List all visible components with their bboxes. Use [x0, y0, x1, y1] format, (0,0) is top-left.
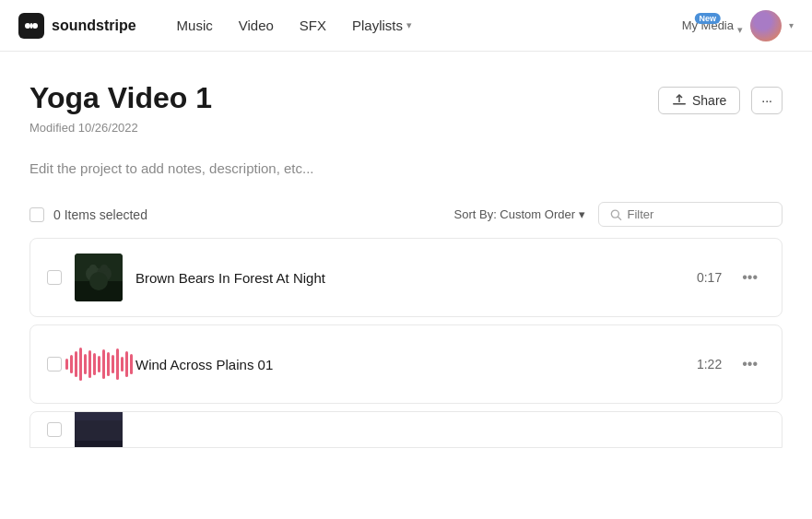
share-icon — [672, 93, 687, 108]
svg-rect-4 — [673, 103, 686, 105]
modified-date: Modified 10/26/2022 — [29, 121, 212, 135]
track-name: Brown Bears In Forest At Night — [135, 270, 672, 286]
avatar-chevron-down-icon: ▾ — [789, 20, 794, 30]
nav-music[interactable]: Music — [166, 12, 224, 39]
track-duration: 1:22 — [685, 357, 722, 372]
new-badge: New — [695, 13, 722, 24]
sort-button[interactable]: Sort By: Custom Order ▾ — [449, 204, 591, 225]
svg-rect-16 — [75, 411, 123, 420]
waveform-visualization — [65, 348, 133, 381]
svg-line-6 — [618, 217, 620, 219]
track-row: Brown Bears In Forest At Night 0:17 ••• — [29, 238, 783, 317]
nav-video[interactable]: Video — [228, 12, 285, 39]
track-more-button[interactable]: ••• — [735, 352, 765, 376]
chevron-down-icon: ▾ — [737, 24, 743, 36]
nav-playlists[interactable]: Playlists ▾ — [341, 12, 423, 39]
logo-label: soundstripe — [52, 18, 136, 34]
svg-rect-3 — [30, 23, 32, 29]
svg-point-1 — [25, 23, 30, 29]
track-more-button[interactable]: ••• — [735, 265, 765, 289]
sort-chevron-icon: ▾ — [579, 207, 585, 221]
title-group: Yoga Video 1 Modified 10/26/2022 — [29, 81, 212, 160]
chevron-down-icon: ▾ — [406, 19, 412, 31]
navbar: soundstripe Music Video SFX Playlists ▾ … — [0, 0, 812, 52]
logo-icon — [18, 13, 44, 39]
more-options-button[interactable]: ··· — [751, 87, 783, 114]
svg-point-13 — [100, 265, 108, 272]
nav-links: Music Video SFX Playlists ▾ — [166, 12, 682, 39]
track-checkbox[interactable] — [47, 270, 62, 285]
svg-point-12 — [89, 265, 97, 272]
share-button[interactable]: Share — [658, 87, 740, 114]
avatar[interactable] — [750, 10, 782, 41]
track-row-partial — [29, 411, 783, 448]
track-thumbnail — [75, 411, 123, 448]
toolbar-left: 0 Items selected — [29, 207, 147, 222]
filter-input-wrap — [598, 202, 783, 227]
svg-point-11 — [89, 272, 108, 290]
items-selected: 0 Items selected — [53, 207, 147, 222]
track-thumbnail-image — [75, 411, 123, 448]
main-content: Yoga Video 1 Modified 10/26/2022 Share ·… — [0, 52, 812, 470]
page-title: Yoga Video 1 — [29, 81, 212, 115]
search-icon — [610, 208, 622, 221]
svg-point-2 — [32, 23, 38, 29]
track-thumbnail — [75, 340, 123, 388]
track-thumbnail — [75, 254, 123, 301]
svg-rect-15 — [75, 441, 123, 448]
track-name: Wind Across Plains 01 — [135, 357, 672, 372]
toolbar: 0 Items selected Sort By: Custom Order ▾ — [29, 202, 783, 227]
track-checkbox[interactable] — [47, 422, 62, 437]
title-row: Yoga Video 1 Modified 10/26/2022 Share ·… — [29, 81, 783, 160]
track-list: Brown Bears In Forest At Night 0:17 ••• — [29, 238, 783, 448]
nav-sfx[interactable]: SFX — [288, 12, 337, 39]
my-media-label-wrap: New My Media — [682, 18, 734, 32]
track-thumbnail-image — [75, 254, 123, 301]
select-all-checkbox[interactable] — [29, 207, 44, 222]
description[interactable]: Edit the project to add notes, descripti… — [29, 160, 783, 176]
filter-input[interactable] — [628, 207, 771, 221]
avatar-image — [750, 10, 782, 41]
logo[interactable]: soundstripe — [18, 13, 136, 39]
nav-right: New My Media ▾ ▾ — [682, 10, 794, 41]
track-duration: 0:17 — [685, 270, 722, 285]
toolbar-right: Sort By: Custom Order ▾ — [449, 202, 783, 227]
track-checkbox[interactable] — [47, 357, 62, 372]
my-media-wrapper[interactable]: New My Media ▾ — [682, 15, 743, 36]
title-actions: Share ··· — [658, 87, 783, 114]
track-row: Wind Across Plains 01 1:22 ••• — [29, 324, 783, 404]
